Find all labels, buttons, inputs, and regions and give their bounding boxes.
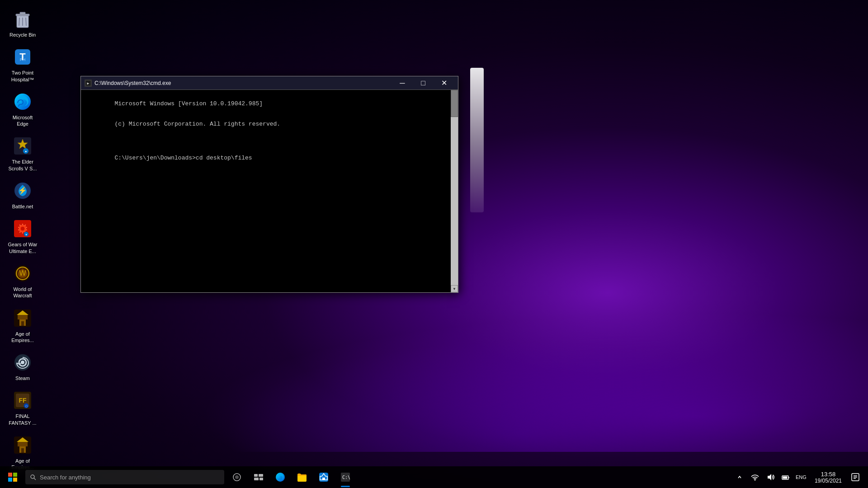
desktop-icon-gears-of-war[interactable]: ● Gears of War Ultimate E... — [5, 214, 41, 258]
svg-point-16 — [20, 226, 25, 231]
desktop-icon-recycle-bin[interactable]: Recycle Bin — [5, 5, 41, 42]
svg-rect-50 — [254, 474, 258, 477]
language-label: ENG — [796, 474, 807, 480]
svg-rect-24 — [18, 315, 28, 319]
wow-label: World of Warcraft — [6, 286, 39, 299]
taskbar-search-box[interactable]: Search for anything — [25, 470, 224, 484]
desktop-icons-container: Recycle Bin T PH Two Point Hospital™ — [5, 5, 41, 475]
taskbar-store-icon — [318, 472, 329, 483]
tray-language[interactable]: ENG — [794, 466, 808, 488]
desktop-icon-steam[interactable]: Steam — [5, 348, 41, 385]
age-of-empires-2-icon — [12, 434, 33, 456]
search-icon — [30, 474, 36, 480]
svg-rect-53 — [259, 478, 263, 480]
battery-icon — [782, 473, 790, 481]
clock-time: 13:58 — [821, 471, 836, 478]
two-point-hospital-icon: T PH — [12, 46, 33, 68]
taskbar-app-cmd[interactable]: C:\ — [335, 466, 356, 488]
network-icon — [751, 473, 759, 481]
system-tray: ENG 13:58 19/05/2021 — [732, 466, 866, 488]
start-button[interactable] — [2, 466, 24, 488]
svg-line-47 — [34, 478, 36, 480]
cmd-minimize-button[interactable]: ─ — [392, 76, 413, 90]
svg-text:W: W — [19, 269, 26, 277]
svg-marker-61 — [768, 474, 771, 480]
taskbar-pinned-apps: C:\ — [269, 466, 732, 488]
desktop-icon-elder-scrolls[interactable]: ● The Elder Scrolls V S... — [5, 131, 41, 175]
steam-icon — [12, 352, 33, 373]
tray-chevron[interactable] — [732, 466, 747, 488]
svg-text:⬡: ⬡ — [25, 405, 28, 408]
cmd-scrollbar[interactable]: ▲ ▼ — [451, 90, 458, 292]
clock-date: 19/05/2021 — [815, 478, 842, 484]
taskbar: Search for anything — [0, 466, 868, 488]
svg-rect-26 — [21, 321, 24, 326]
cortana-icon — [232, 473, 241, 482]
windows-logo-icon — [8, 473, 17, 482]
svg-rect-63 — [788, 477, 789, 478]
svg-rect-37 — [18, 442, 28, 446]
desktop-icon-battlenet[interactable]: ⚡ Battle.net — [5, 176, 41, 213]
cmd-scroll-thumb[interactable] — [451, 90, 458, 117]
gears-of-war-label: Gears of War Ultimate E... — [6, 241, 39, 254]
task-view-button[interactable] — [248, 466, 269, 488]
cmd-prompt: C:\Users\jen\Downloads>cd desktop\files — [114, 155, 252, 161]
cmd-body: Microsoft Windows [Version 10.0.19042.98… — [81, 90, 458, 292]
edge-label: Microsoft Edge — [6, 114, 39, 127]
svg-rect-2 — [20, 12, 25, 14]
task-view-icon — [254, 474, 263, 480]
light-beam-decoration — [470, 68, 484, 212]
cmd-window-icon: ▶ — [85, 80, 92, 87]
taskbar-edge-icon — [275, 472, 286, 483]
cmd-titlebar: ▶ C:\Windows\System32\cmd.exe ─ □ ✕ — [81, 76, 458, 90]
desktop: Recycle Bin T PH Two Point Hospital™ — [0, 0, 868, 488]
svg-text:PH: PH — [20, 57, 26, 62]
notification-icon — [851, 473, 859, 481]
desktop-icon-final-fantasy[interactable]: FF ⬡ FINAL FANTASY ... — [5, 386, 41, 430]
taskbar-app-store[interactable] — [313, 466, 335, 488]
desktop-icon-microsoft-edge[interactable]: Microsoft Edge — [5, 87, 41, 131]
cmd-window-controls: ─ □ ✕ — [392, 76, 454, 90]
svg-rect-64 — [783, 477, 787, 479]
search-placeholder: Search for anything — [40, 474, 91, 481]
tray-volume[interactable] — [763, 466, 778, 488]
taskbar-app-file-explorer[interactable] — [291, 466, 313, 488]
svg-rect-43 — [13, 473, 17, 477]
desktop-icon-wow[interactable]: W World of Warcraft — [5, 259, 41, 303]
gears-of-war-icon: ● — [12, 218, 33, 239]
svg-point-60 — [754, 479, 755, 481]
cmd-title-left: ▶ C:\Windows\System32\cmd.exe — [85, 80, 171, 87]
desktop-icon-two-point-hospital[interactable]: T PH Two Point Hospital™ — [5, 42, 41, 86]
tray-network[interactable] — [748, 466, 762, 488]
cmd-close-button[interactable]: ✕ — [434, 76, 454, 90]
tray-expand-icon — [737, 474, 742, 480]
desktop-icon-age-of-empires-1[interactable]: Age of Empires... — [5, 304, 41, 347]
taskbar-clock[interactable]: 13:58 19/05/2021 — [809, 466, 847, 488]
tray-battery[interactable] — [778, 466, 793, 488]
recycle-bin-icon — [12, 8, 33, 30]
svg-point-46 — [31, 475, 34, 479]
taskbar-cmd-icon: C:\ — [340, 472, 351, 483]
recycle-bin-label: Recycle Bin — [9, 32, 36, 38]
elder-scrolls-label: The Elder Scrolls V S... — [6, 159, 39, 172]
cmd-title-text: C:\Windows\System32\cmd.exe — [94, 80, 171, 86]
final-fantasy-label: FINAL FANTASY ... — [6, 413, 39, 426]
cmd-window: ▶ C:\Windows\System32\cmd.exe ─ □ ✕ Micr… — [80, 76, 458, 293]
svg-text:●: ● — [25, 233, 27, 236]
cmd-scroll-down[interactable]: ▼ — [451, 285, 458, 292]
cmd-content-area[interactable]: Microsoft Windows [Version 10.0.19042.98… — [81, 90, 451, 292]
svg-point-49 — [235, 475, 239, 479]
svg-text:C:\: C:\ — [342, 475, 350, 480]
svg-line-3 — [19, 18, 19, 26]
svg-text:FF: FF — [19, 397, 27, 404]
taskbar-app-edge[interactable] — [269, 466, 291, 488]
svg-rect-45 — [13, 478, 17, 482]
svg-text:▶: ▶ — [87, 81, 90, 85]
cortana-button[interactable] — [226, 466, 248, 488]
svg-rect-52 — [254, 478, 259, 480]
notification-center[interactable] — [848, 466, 863, 488]
final-fantasy-icon: FF ⬡ — [12, 389, 33, 411]
cmd-maximize-button[interactable]: □ — [413, 76, 434, 90]
steam-label: Steam — [15, 375, 30, 381]
svg-rect-42 — [8, 473, 12, 477]
